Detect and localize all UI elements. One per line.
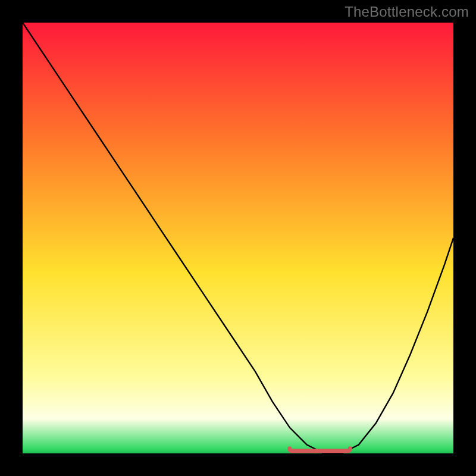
gradient-background [23,23,453,453]
bottleneck-chart [23,23,453,453]
chart-frame: TheBottleneck.com [0,0,476,476]
plot-area [23,23,453,453]
watermark-text: TheBottleneck.com [345,4,469,20]
optimal-marker [290,449,350,451]
